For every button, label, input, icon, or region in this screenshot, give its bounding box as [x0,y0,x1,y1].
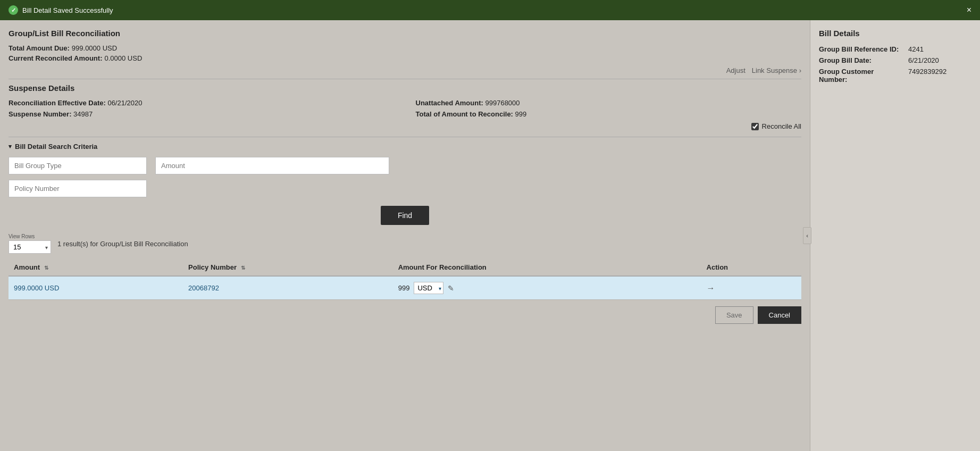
group-bill-date-value: 6/21/2020 [908,56,971,64]
suspense-number-item: Suspense Number: 34987 [9,110,395,118]
group-customer-number-label: Group Customer Number: [819,68,904,83]
reconcile-all-row: Reconcile All [9,122,801,130]
col-action: Action [701,259,801,276]
group-bill-ref-label: Group Bill Reference ID: [819,45,904,53]
reconcile-amount-value: 999 [398,284,410,292]
view-rows-select[interactable]: 15 25 50 100 [9,240,51,254]
reconcile-cell: 999 USD ▾ ✎ [398,282,696,294]
cell-reconcile-amount: 999 USD ▾ ✎ [393,276,701,300]
suspense-grid: Reconciliation Effective Date: 06/21/202… [9,99,801,118]
col-amount-label: Amount [14,263,40,271]
link-suspense-link[interactable]: Link Suspense › [752,66,801,74]
search-fields [9,157,801,197]
unattached-amount-label: Unattached Amount: [416,99,483,107]
bottom-action-bar: Save Cancel [9,306,801,324]
adjust-link[interactable]: Adjust [726,66,746,74]
unattached-amount-item: Unattached Amount: 999768000 [416,99,802,107]
right-panel: ‹ Bill Details Group Bill Reference ID: … [810,20,980,451]
search-row-1 [9,157,801,174]
reconciliation-date-label: Reconciliation Effective Date: [9,99,106,107]
search-criteria-section: ▾ Bill Detail Search Criteria [9,143,801,197]
col-policy-number-label: Policy Number [188,263,237,271]
col-policy-number: Policy Number ⇅ [183,259,393,276]
total-reconcile-value: 999 [515,110,527,118]
results-table: Amount ⇅ Policy Number ⇅ Amount For Reco… [9,259,801,300]
action-arrow-icon[interactable]: → [707,283,715,293]
col-amount-reconciliation-label: Amount For Reconciliation [398,263,487,271]
results-count: 1 result(s) for Group/List Bill Reconcil… [57,240,188,248]
col-amount: Amount ⇅ [9,259,183,276]
success-icon: ✓ [9,5,18,15]
reconcile-all-label: Reconcile All [762,122,801,130]
view-rows-dropdown-wrapper: 15 25 50 100 ▾ [9,240,51,254]
total-reconcile-label: Total of Amount to Reconcile: [416,110,513,118]
main-title: Group/List Bill Reconciliation [9,29,801,38]
view-rows-label: View Rows [9,233,51,239]
reconciliation-date-value: 06/21/2020 [107,99,142,107]
find-button-row: Find [9,206,801,225]
find-button[interactable]: Find [381,206,429,225]
bill-group-type-input[interactable] [9,157,147,174]
group-customer-number-value: 7492839292 [908,68,971,83]
col-amount-sort-icon[interactable]: ⇅ [44,265,48,271]
cancel-button[interactable]: Cancel [758,306,801,324]
total-amount-value: 999.0000 USD [72,44,117,52]
view-rows-control: View Rows 15 25 50 100 ▾ [9,233,51,254]
current-reconciled-value: 0.0000 USD [104,54,142,62]
results-bar: View Rows 15 25 50 100 ▾ 1 result(s) for… [9,233,801,254]
group-bill-ref-value: 4241 [908,45,971,53]
reconciled-info-row: Current Reconciled Amount: 0.0000 USD [9,54,801,62]
suspense-number-label: Suspense Number: [9,110,71,118]
cell-action: → [701,276,801,300]
search-criteria-title: Bill Detail Search Criteria [15,143,97,151]
notification-close-button[interactable]: × [967,6,971,14]
suspense-details-title: Suspense Details [9,83,801,93]
total-amount-item: Total Amount Due: 999.0000 USD [9,44,117,52]
bill-detail-row-1: Group Bill Date: 6/21/2020 [819,56,971,64]
collapse-panel-button[interactable]: ‹ [803,227,811,244]
currency-dropdown-wrapper: USD ▾ [414,282,443,294]
table-row: 999.0000 USD 20068792 999 USD ▾ ✎ [9,276,801,300]
search-criteria-toggle[interactable]: ▾ Bill Detail Search Criteria [9,143,801,151]
search-row-2 [9,180,801,197]
current-reconciled-label: Current Reconciled Amount: [9,54,102,62]
save-button[interactable]: Save [715,306,753,324]
toggle-arrow-icon: ▾ [9,143,12,150]
total-reconcile-item: Total of Amount to Reconcile: 999 [416,110,802,118]
total-amount-label: Total Amount Due: [9,44,70,52]
col-amount-reconciliation: Amount For Reconciliation [393,259,701,276]
col-action-label: Action [707,263,728,271]
amount-input[interactable] [155,157,389,174]
main-layout: Group/List Bill Reconciliation Total Amo… [0,20,980,451]
amount-info-row: Total Amount Due: 999.0000 USD [9,44,801,52]
current-reconciled-item: Current Reconciled Amount: 0.0000 USD [9,54,142,62]
group-bill-date-label: Group Bill Date: [819,56,904,64]
edit-icon[interactable]: ✎ [448,284,454,293]
policy-number-input[interactable] [9,180,147,197]
cell-policy-number: 20068792 [183,276,393,300]
notification-text: Bill Detail Saved Successfully [22,6,113,14]
cell-amount: 999.0000 USD [9,276,183,300]
bill-detail-row-2: Group Customer Number: 7492839292 [819,68,971,83]
unattached-amount-value: 999768000 [485,99,520,107]
bill-detail-row-0: Group Bill Reference ID: 4241 [819,45,971,53]
action-row: Adjust Link Suspense › [9,66,801,79]
col-policy-number-sort-icon[interactable]: ⇅ [241,265,245,271]
reconcile-all-checkbox[interactable] [751,123,759,130]
currency-select[interactable]: USD [414,282,443,294]
table-header-row: Amount ⇅ Policy Number ⇅ Amount For Reco… [9,259,801,276]
section-divider [9,137,801,137]
notification-message: ✓ Bill Detail Saved Successfully [9,5,113,15]
reconciliation-date-item: Reconciliation Effective Date: 06/21/202… [9,99,395,107]
bill-details-title: Bill Details [819,29,971,38]
suspense-details-section: Suspense Details Reconciliation Effectiv… [9,83,801,130]
notification-bar: ✓ Bill Detail Saved Successfully × [0,0,980,20]
left-panel: Group/List Bill Reconciliation Total Amo… [0,20,810,451]
suspense-number-value: 34987 [73,110,93,118]
